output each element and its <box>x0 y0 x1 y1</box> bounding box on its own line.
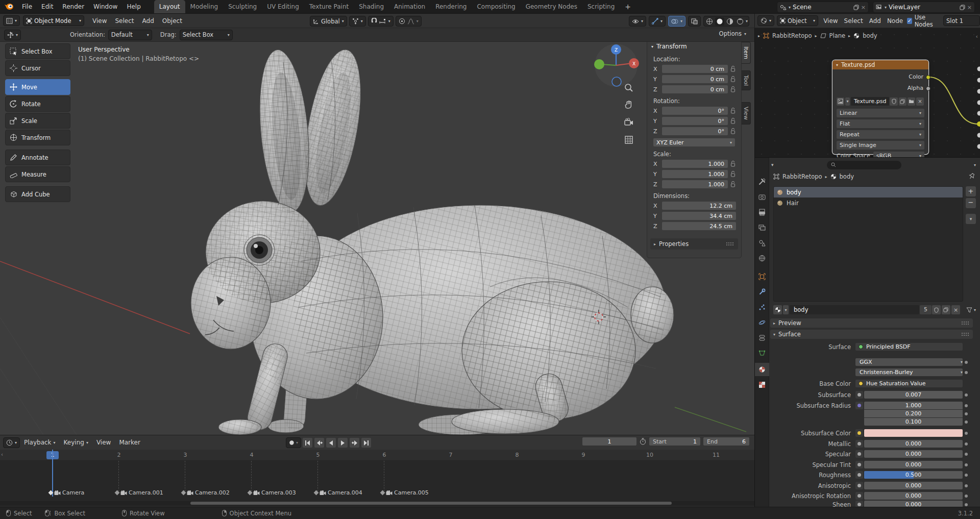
active-tool-button[interactable]: ▾ <box>4 30 21 40</box>
tab-scene-icon[interactable] <box>758 239 766 246</box>
timeline-editor-type-button[interactable]: ▾ <box>3 437 20 448</box>
tool-move[interactable]: Move <box>5 79 70 95</box>
animate-dot[interactable] <box>963 453 970 456</box>
material-browse-icon[interactable] <box>773 305 782 314</box>
properties-filter-dropdown-icon[interactable]: ▾ <box>974 163 976 167</box>
breadcrumb-object[interactable]: RabbitRetopo <box>782 173 822 180</box>
lock-icon[interactable] <box>730 171 736 178</box>
tool-cursor[interactable]: Cursor <box>5 60 70 76</box>
add-workspace-button[interactable]: + <box>620 0 636 13</box>
shading-material-button[interactable] <box>725 17 734 26</box>
animate-dot[interactable] <box>963 495 970 498</box>
scene-selector[interactable]: ▾ Scene × <box>777 2 869 13</box>
scale-x-field[interactable]: 1.000 <box>662 160 728 168</box>
transform-orientation-dropdown[interactable]: Global ▾ <box>310 16 347 27</box>
gizmos-toggle[interactable]: ▾ <box>649 16 666 27</box>
workspace-tab-rendering[interactable]: Rendering <box>430 0 472 13</box>
animate-dot[interactable] <box>963 432 970 435</box>
marker-camera-005[interactable]: Camera.005 <box>381 489 429 496</box>
viewport-menu-select[interactable]: Select <box>111 17 138 24</box>
overlays-toggle[interactable]: ▾ <box>668 16 685 27</box>
menu-render[interactable]: Render <box>58 3 88 10</box>
shader-menu-add[interactable]: Add <box>866 17 884 24</box>
dimension-y-field[interactable]: 34.4 cm <box>662 212 736 220</box>
auto-key-button[interactable]: ▾ <box>286 437 301 448</box>
dimension-x-field[interactable]: 12.2 cm <box>662 202 736 210</box>
animate-dot[interactable] <box>963 404 970 407</box>
transform-collapse-icon[interactable]: ▾ <box>651 44 653 49</box>
panel-grip-icon[interactable] <box>961 332 970 336</box>
shader-type-dropdown[interactable]: Object ▾ <box>777 15 818 26</box>
roughness-slider[interactable]: 0.500 <box>864 471 963 479</box>
menu-window[interactable]: Window <box>89 3 121 10</box>
location-x-field[interactable]: 0 cm <box>662 65 728 73</box>
expand-row-icon[interactable]: ▸ <box>761 381 763 386</box>
timeline-scrollbar[interactable] <box>0 501 754 506</box>
lock-icon[interactable] <box>730 86 736 93</box>
panel-grip-icon[interactable] <box>961 321 970 325</box>
shading-rendered-button[interactable] <box>736 17 745 26</box>
base-color-field[interactable]: Hue Saturation Value <box>855 380 963 387</box>
marker-camera-004[interactable]: Camera.004 <box>314 489 362 496</box>
region-overlap-icon[interactable]: ‹ <box>1 452 3 457</box>
subsurface-field[interactable]: 0.007 <box>864 391 963 399</box>
lock-icon[interactable] <box>730 108 736 114</box>
rotation-x-field[interactable]: 0° <box>662 107 728 115</box>
sidebar-tab-view[interactable]: View <box>742 102 751 125</box>
color-output-socket[interactable] <box>926 75 930 80</box>
slot-dropdown[interactable]: Slot 1 <box>943 15 980 26</box>
tab-constraints-icon[interactable] <box>758 334 766 341</box>
shader-menu-node[interactable]: Node <box>884 17 906 24</box>
copy-datablock-icon[interactable] <box>899 97 906 106</box>
workspace-tab-uv-editing[interactable]: UV Editing <box>262 0 304 13</box>
anisotropic-field[interactable]: 0.000 <box>864 482 963 489</box>
pin-icon[interactable] <box>969 173 975 180</box>
options-dropdown[interactable]: Options▾ <box>719 30 746 37</box>
tab-material-icon[interactable] <box>758 366 766 373</box>
sheen-field[interactable]: 0.000 <box>864 501 963 507</box>
subsurface-radius-x-field[interactable]: 1.000 <box>864 402 963 409</box>
fake-user-shield-icon[interactable] <box>890 97 897 106</box>
rotation-z-field[interactable]: 0° <box>662 127 728 135</box>
marker-camera[interactable]: Camera <box>49 489 84 496</box>
viewport-3d[interactable]: User Perspective (1) Scene Collection | … <box>0 42 754 435</box>
subsurface-radius-y-field[interactable]: 0.200 <box>864 410 963 417</box>
animate-dot[interactable] <box>963 412 970 415</box>
menu-help[interactable]: Help <box>122 3 144 10</box>
alpha-output-socket[interactable] <box>926 86 930 91</box>
preview-panel-header[interactable]: ▸ Preview <box>770 318 973 328</box>
shader-menu-view[interactable]: View <box>820 17 841 24</box>
properties-editor-type-icon[interactable]: ▾ <box>771 162 774 167</box>
lock-icon[interactable] <box>730 181 736 188</box>
tool-scale[interactable]: Scale <box>5 113 70 129</box>
jump-to-start-button[interactable] <box>303 438 312 448</box>
animate-dot[interactable] <box>963 442 970 446</box>
workspace-tab-modeling[interactable]: Modeling <box>185 0 224 13</box>
tab-particles-icon[interactable] <box>758 304 766 311</box>
tool-rotate[interactable]: Rotate <box>5 96 70 112</box>
material-filter-dropdown[interactable]: ▾ <box>966 307 976 313</box>
sidebar-tab-tool[interactable]: Tool <box>742 70 751 90</box>
shading-wireframe-button[interactable] <box>705 17 714 26</box>
projection-dropdown[interactable]: Flat▾ <box>837 119 924 128</box>
timeline-menu-keying[interactable]: Keying▾ <box>60 439 92 446</box>
pivot-point-dropdown[interactable]: ▾ <box>349 16 366 27</box>
timeline-track-area[interactable]: Camera Camera.001 Camera.002 Camera.003 <box>0 461 754 500</box>
tab-object-icon[interactable] <box>758 273 766 280</box>
material-dropdown-icon[interactable]: ▾ <box>783 305 789 314</box>
material-slot-hair[interactable]: Hair <box>774 197 963 208</box>
tab-modifiers-icon[interactable] <box>758 288 766 295</box>
node-image-texture[interactable]: ▾ Texture.psd Color Alpha ▾ Texture.psd … <box>832 60 928 154</box>
lock-icon[interactable] <box>730 128 736 135</box>
source-dropdown[interactable]: Single Image▾ <box>837 141 924 150</box>
rotation-mode-dropdown[interactable]: XYZ Euler▾ <box>653 138 735 146</box>
current-frame-field[interactable]: 1 <box>582 437 636 446</box>
workspace-tab-sculpting[interactable]: Sculpting <box>223 0 262 13</box>
surface-panel-header[interactable]: ▾ Surface <box>770 330 973 339</box>
fake-user-shield-icon[interactable] <box>932 305 941 314</box>
mode-dropdown[interactable]: Object Mode ▾ <box>23 15 84 26</box>
use-nodes-checkbox[interactable]: ✓ Use Nodes <box>907 14 939 28</box>
viewport-menu-add[interactable]: Add <box>138 17 158 24</box>
properties-search-input[interactable] <box>827 161 901 169</box>
specular-tint-field[interactable]: 0.000 <box>864 461 963 468</box>
